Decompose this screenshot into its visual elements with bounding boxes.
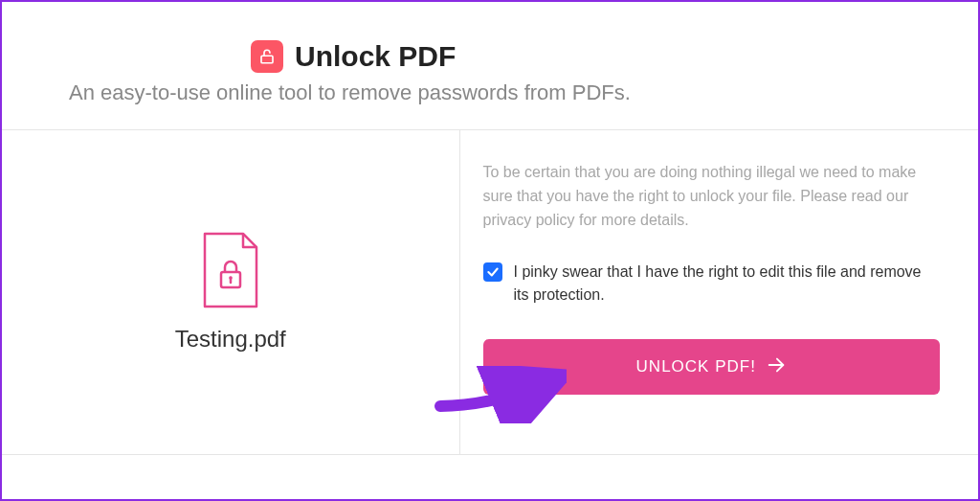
unlock-button-label: UNLOCK PDF! (636, 357, 756, 376)
file-preview-panel: Testing.pdf (2, 130, 460, 454)
consent-row: I pinky swear that I have the right to e… (483, 261, 941, 307)
header: Unlock PDF An easy-to-use online tool to… (2, 2, 978, 129)
title-row: Unlock PDF (251, 40, 911, 73)
consent-label: I pinky swear that I have the right to e… (514, 261, 941, 307)
file-name: Testing.pdf (175, 326, 286, 353)
locked-file-icon (201, 232, 260, 308)
svg-rect-0 (261, 56, 273, 63)
page-subtitle: An easy-to-use online tool to remove pas… (69, 80, 911, 105)
unlock-badge-icon (251, 40, 283, 73)
unlock-button[interactable]: UNLOCK PDF! (483, 339, 941, 395)
content-area: Testing.pdf To be certain that you are d… (2, 129, 978, 455)
page-title: Unlock PDF (295, 40, 456, 73)
disclaimer-text: To be certain that you are doing nothing… (483, 161, 941, 232)
action-panel: To be certain that you are doing nothing… (460, 130, 979, 454)
arrow-right-icon (766, 354, 787, 380)
consent-checkbox[interactable] (483, 262, 502, 282)
